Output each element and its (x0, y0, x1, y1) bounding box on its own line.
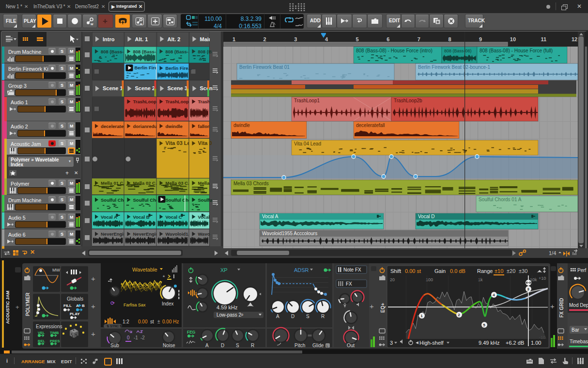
svg-text:Vita 0: Vita 0 (198, 140, 212, 146)
svg-text:Intro: Intro (103, 36, 115, 42)
svg-text:9.49 kHz: 9.49 kHz (479, 340, 499, 346)
svg-text:1/4: 1/4 (549, 250, 556, 256)
svg-text:+10: +10 (539, 276, 546, 281)
svg-text:7: 7 (418, 36, 420, 42)
svg-text:Scene 3: Scene 3 (168, 85, 188, 91)
svg-text:4.59 kHz: 4.59 kHz (217, 304, 237, 310)
svg-text:1: 1 (232, 36, 235, 42)
svg-text:Vocal A: Vocal A (262, 214, 279, 219)
svg-text:Farfisa Sax: Farfisa Sax (124, 303, 146, 307)
svg-text:XP: XP (220, 267, 228, 273)
svg-text:3: 3 (294, 36, 297, 42)
svg-text:S: S (236, 343, 239, 348)
svg-text:Berlin Firework Beat 02-bounce: Berlin Firework Beat 02-bounce-1 (418, 64, 490, 70)
svg-text:FX GRID: FX GRID (559, 298, 564, 318)
svg-text:Note FX: Note FX (343, 267, 361, 272)
svg-text:Noise: Noise (163, 343, 175, 348)
svg-text:Vocal B: Vocal B (133, 214, 150, 220)
svg-text:6: 6 (387, 36, 389, 42)
svg-text:w: w (139, 22, 142, 25)
svg-text:808 (Bass-...: 808 (Bass-... (133, 49, 160, 54)
svg-text:Timebas: Timebas (570, 339, 588, 344)
svg-text:0.00 Hz: 0.00 Hz (162, 319, 179, 324)
svg-text:Sub: Sub (110, 343, 119, 348)
svg-text:MW: MW (52, 268, 60, 272)
svg-text:8: 8 (449, 36, 451, 42)
svg-text:Mella: Mella (198, 180, 210, 186)
svg-text:Pitch: Pitch (294, 343, 305, 348)
svg-text:Out: Out (347, 343, 355, 348)
svg-text:Scen: Scen (200, 85, 213, 91)
svg-text:Perf: Perf (577, 268, 587, 273)
svg-text:0: 0 (127, 335, 130, 340)
svg-text:Shift: Shift (390, 268, 401, 274)
svg-text:3: 3 (527, 287, 529, 291)
svg-text:±10: ±10 (495, 268, 503, 274)
svg-text:fallon: fallon (198, 124, 211, 129)
svg-text:3: 3 (390, 340, 393, 346)
svg-text:Vocal A: Vocal A (101, 214, 117, 220)
svg-text:0.00: 0.00 (138, 319, 148, 324)
svg-text:±20: ±20 (507, 268, 515, 274)
svg-text:±: ± (157, 319, 160, 324)
svg-text:10: 10 (510, 36, 516, 42)
svg-text:D: D (291, 314, 294, 319)
svg-text:Globals: Globals (67, 296, 83, 302)
svg-text:Berlin Firework Beat 01: Berlin Firework Beat 01 (239, 64, 290, 70)
svg-text:Alt. 1: Alt. 1 (135, 36, 148, 42)
svg-text:Wavetable: Wavetable (132, 267, 157, 272)
svg-text:Berlin Fire...: Berlin Fire... (166, 65, 192, 71)
svg-text:Scene 1: Scene 1 (103, 85, 123, 91)
svg-text:R: R (321, 314, 325, 319)
svg-text:⇅ SYNC ⇅: ⇅ SYNC ⇅ (107, 324, 123, 328)
svg-text:⟳: ⟳ (110, 300, 115, 306)
svg-text:+: + (370, 302, 374, 310)
svg-text:808 (B: 808 (B (198, 49, 212, 54)
svg-text:Gain: Gain (434, 268, 446, 274)
svg-text:1: 1 (420, 314, 423, 318)
svg-text:ACOUSTIC JAM: ACOUSTIC JAM (5, 290, 10, 324)
svg-text:TrashLoop2b: TrashLoop2b (394, 98, 422, 103)
svg-text:dwindle: dwindle (233, 123, 250, 128)
svg-text:R: R (251, 343, 254, 348)
svg-text:Wavoloid1...: Wavoloid1... (166, 231, 192, 237)
svg-text:L: L (326, 344, 328, 348)
svg-text:Scene 2: Scene 2 (135, 85, 155, 91)
svg-text:EQ+: EQ+ (380, 303, 386, 313)
svg-text:2: 2 (263, 36, 266, 42)
svg-text:1k: 1k (478, 277, 483, 282)
svg-text:+: + (15, 304, 19, 311)
svg-text:Mella 03 Chords: Mella 03 Chords (233, 181, 269, 186)
svg-text:+6.2 dB: +6.2 dB (506, 340, 524, 346)
svg-text:Low-pass 2ᵖ: Low-pass 2ᵖ (217, 312, 243, 318)
svg-text:Vocal D: Vocal D (418, 214, 434, 219)
svg-text:w: w (90, 22, 93, 26)
svg-text:11: 11 (541, 36, 546, 42)
svg-text:FILL: FILL (63, 304, 72, 308)
svg-text:B: B (82, 304, 85, 308)
svg-text:A: A (276, 314, 279, 319)
svg-text:deceleratefall: deceleratefall (356, 123, 385, 128)
svg-text:Trash: Trash (198, 99, 211, 104)
svg-text:D: D (221, 343, 224, 348)
svg-text:TrashLoop1: TrashLoop1 (133, 99, 160, 104)
svg-text:POLYMER: POLYMER (25, 292, 31, 316)
svg-text:±30: ±30 (519, 268, 527, 274)
svg-text:TrashLoop1: TrashLoop1 (294, 98, 320, 103)
svg-text:Bar: Bar (572, 327, 579, 333)
svg-text:+: + (91, 302, 95, 310)
svg-text:-2: -2 (140, 335, 145, 340)
svg-text:Index: Index (162, 301, 173, 306)
svg-text:Expressions: Expressions (36, 324, 62, 329)
svg-text:Soulfu: Soulfu (198, 197, 213, 203)
svg-text:High-shelf: High-shelf (419, 340, 444, 346)
svg-text:A: A (205, 343, 209, 348)
svg-text:S: S (306, 314, 309, 319)
svg-text:Vita 04 Lead: Vita 04 Lead (294, 141, 321, 146)
svg-text:Wavoloid1955 Acccolours: Wavoloid1955 Acccolours (262, 231, 317, 236)
svg-text:Mella 03 C...: Mella 03 C... (166, 180, 192, 186)
svg-text:20: 20 (390, 277, 395, 282)
svg-text:808 (Bass-08): 808 (Bass-08) (444, 48, 472, 53)
svg-text:FX: FX (346, 281, 352, 287)
svg-text:12: 12 (572, 36, 577, 42)
